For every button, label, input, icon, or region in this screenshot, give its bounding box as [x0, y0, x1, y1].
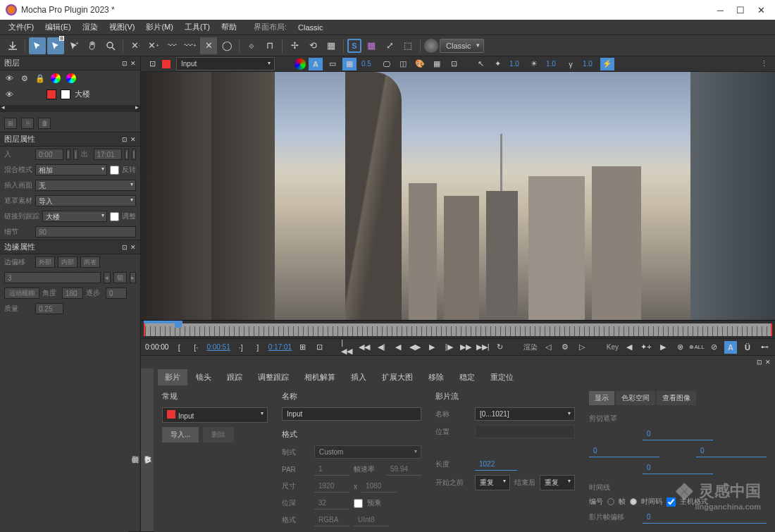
edge-next-key[interactable]: ▸ [130, 272, 137, 283]
vt-back-icon[interactable]: ⊡ [145, 58, 159, 70]
link-tool[interactable]: ⟐ [243, 37, 260, 54]
tab-colorspace[interactable]: 色彩空间 [616, 391, 655, 405]
width-input[interactable] [314, 480, 349, 493]
pin-icon[interactable]: ⊡ [122, 136, 128, 143]
quality-input[interactable] [35, 303, 63, 314]
crop-left-input[interactable] [589, 445, 659, 457]
vt-gamma-icon[interactable]: γ [564, 58, 578, 70]
clip-name-input[interactable] [282, 407, 421, 421]
zoom-timeline-button[interactable]: ⊞ [296, 341, 309, 354]
stop-button[interactable]: ◀▶ [409, 341, 421, 354]
render-fwd-button[interactable]: ▷ [576, 341, 588, 354]
vt-flash-icon[interactable]: ⚡ [600, 58, 614, 70]
edge-prev-key[interactable]: ◂ [104, 272, 111, 283]
tab-lens[interactable]: 镜头 [189, 369, 218, 385]
pin-icon[interactable]: ⊡ [757, 359, 762, 366]
add-point-tool[interactable]: + [66, 37, 82, 54]
tab-insert[interactable]: 插入 [344, 369, 373, 385]
goto-end-button[interactable]: ▶▶| [476, 341, 489, 354]
pin-icon[interactable]: ⊡ [122, 60, 128, 67]
frame-fwd-button[interactable]: ▶ [426, 341, 438, 354]
visibility-icon[interactable]: 👁 [4, 73, 14, 83]
detail-input[interactable] [35, 226, 136, 237]
menu-edit[interactable]: 编辑(E) [41, 20, 75, 34]
step-back-button[interactable]: ◀| [375, 341, 388, 354]
fmt-bits-input[interactable] [354, 514, 389, 526]
out-point-input[interactable] [94, 149, 122, 160]
radio-frame[interactable] [607, 498, 614, 505]
hand-tool[interactable] [84, 37, 101, 54]
vt-split-icon[interactable]: ◫ [396, 58, 410, 70]
layers-hscroll[interactable] [0, 105, 140, 112]
angle-input[interactable] [62, 287, 83, 299]
maximize-button[interactable]: ☐ [736, 5, 745, 16]
vt-color-icon[interactable]: 🎨 [413, 58, 427, 70]
timeline-ruler[interactable] [141, 320, 775, 338]
menu-render[interactable]: 渲染 [78, 20, 102, 34]
fmt-channels-input[interactable] [314, 514, 349, 526]
loop-button[interactable]: ↻ [493, 341, 506, 354]
workspace-mode-dropdown[interactable]: Classic [440, 39, 484, 53]
set-in-button[interactable]: [ [173, 341, 185, 354]
tc-in[interactable]: 0:00:51 [206, 343, 230, 351]
play-button[interactable]: ▶▶ [459, 341, 472, 354]
minimize-button[interactable]: ─ [717, 5, 724, 16]
close-button[interactable]: ✕ [757, 5, 765, 16]
menu-file[interactable]: 文件(F) [4, 20, 38, 34]
par-input[interactable] [314, 463, 349, 476]
path-input[interactable] [475, 425, 575, 438]
expand-tool[interactable]: ⤢ [381, 37, 398, 54]
edge-lock-button[interactable]: 锁 [113, 272, 127, 283]
layout-value[interactable]: Classic [294, 22, 327, 33]
blend-mode-dropdown[interactable]: 相加 [35, 164, 107, 175]
goto-start-button[interactable]: |◀◀ [341, 341, 354, 354]
render-back-button[interactable]: ◁ [542, 341, 554, 354]
crop-right-input[interactable] [696, 445, 767, 457]
tab-clip[interactable]: 影片 [158, 369, 187, 385]
side-tab-dopesheet[interactable]: 关键帧列表 [128, 369, 141, 532]
group-layers-button[interactable]: ⊞ [4, 118, 17, 129]
in-go-button[interactable]: | [73, 149, 78, 160]
menu-tools[interactable]: 工具(T) [180, 20, 214, 34]
clip-select-dropdown[interactable]: Input [162, 407, 268, 423]
vt-monitor-icon[interactable]: 🖵 [379, 58, 393, 70]
mask-src-dropdown[interactable]: 导入 [35, 195, 136, 206]
adjust-checkbox[interactable] [110, 212, 119, 221]
tab-display[interactable]: 显示 [589, 391, 614, 405]
fps-input[interactable] [386, 463, 421, 476]
menu-view[interactable]: 视图(V) [105, 20, 140, 34]
pin-icon[interactable]: ⊡ [122, 244, 128, 251]
clip-offset-input[interactable] [643, 511, 767, 524]
color-wheel2-icon[interactable] [66, 73, 76, 83]
vt-box-icon[interactable]: ▭ [326, 58, 340, 70]
pointer-b-tool[interactable]: B [47, 37, 64, 54]
crop-bottom-input[interactable] [643, 462, 713, 474]
tab-remove[interactable]: 移除 [421, 369, 451, 385]
in-point-input[interactable] [35, 149, 63, 160]
zoom-3[interactable]: 1.0 [544, 60, 561, 68]
vt-grid-icon[interactable]: ▦ [430, 58, 444, 70]
playhead-marker[interactable] [175, 321, 182, 328]
tab-adjust-track[interactable]: 调整跟踪 [251, 369, 296, 385]
save-icon[interactable] [4, 37, 21, 54]
panel-close-icon[interactable]: ✕ [765, 359, 771, 366]
alpha-a-toggle[interactable]: A [309, 58, 323, 70]
vt-menu-icon[interactable]: ⋮ [757, 58, 771, 70]
import-button[interactable]: 导入... [162, 427, 199, 443]
render-wheel-icon[interactable] [424, 39, 438, 53]
tab-mega[interactable]: 扩展大图 [375, 369, 420, 385]
planar-grid-tool[interactable]: ▦ [323, 37, 340, 54]
key-toggle-button[interactable]: ⊘ [707, 341, 720, 354]
lock-icon[interactable]: 🔒 [35, 73, 45, 83]
menu-help[interactable]: 帮助 [217, 20, 241, 34]
tab-reorient[interactable]: 重定位 [483, 369, 521, 385]
goto-out-button[interactable]: ·] [235, 341, 247, 354]
out-go-button[interactable]: | [125, 149, 129, 160]
side-tab-params[interactable]: 参数 [141, 369, 154, 532]
panel-close-icon[interactable]: ✕ [130, 244, 136, 251]
vt-check-icon[interactable]: ▦ [342, 58, 356, 70]
magnet-tool[interactable]: ⊓ [261, 37, 278, 54]
delete-layer-button[interactable]: 🗑 [38, 118, 51, 129]
rgb-icon[interactable] [294, 58, 306, 70]
vt-pip-icon[interactable]: ⊡ [447, 58, 461, 70]
